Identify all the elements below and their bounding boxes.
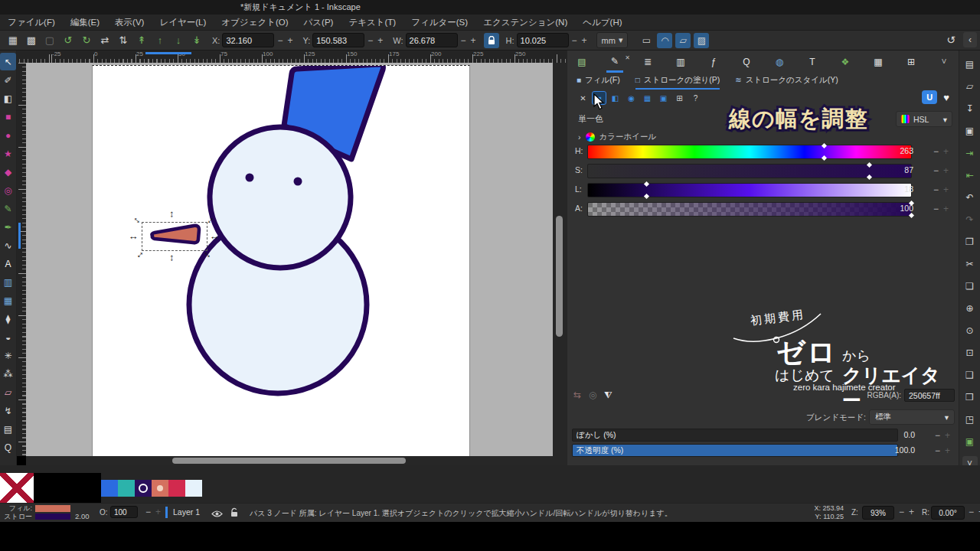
selector-tool[interactable]: ↖ bbox=[0, 53, 16, 70]
swap-fill-stroke-icon[interactable]: ⇆ bbox=[573, 390, 581, 400]
tweak-tool[interactable]: ✳ bbox=[0, 347, 16, 364]
flip-vertical[interactable]: ⇅ bbox=[115, 33, 132, 48]
pencil-tool[interactable]: ✎ bbox=[0, 200, 16, 217]
vertical-scrollbar-thumb[interactable] bbox=[556, 216, 563, 337]
text-dialog-tab[interactable]: T bbox=[804, 53, 821, 71]
zoom-selection-button[interactable]: ⊕ bbox=[962, 301, 978, 315]
close-icon[interactable]: ✕ bbox=[625, 54, 630, 61]
menu-item[interactable]: 表示(V) bbox=[115, 17, 144, 28]
left-ruler[interactable] bbox=[17, 63, 26, 456]
swatch-purple[interactable] bbox=[135, 480, 152, 497]
opacity-spinner[interactable]: −+ bbox=[935, 445, 950, 456]
menu-item[interactable]: テキスト(T) bbox=[348, 17, 396, 28]
blur-slider[interactable]: ぼかし (%) bbox=[572, 429, 898, 442]
new-document-button[interactable]: ▤ bbox=[962, 57, 978, 71]
h-field[interactable]: 10.025 bbox=[517, 33, 569, 47]
menu-item[interactable]: ヘルプ(H) bbox=[583, 17, 622, 28]
scale-handle-s[interactable]: ↔ bbox=[168, 252, 180, 264]
undo-button[interactable]: ↶ bbox=[962, 190, 978, 204]
mesh-gradient-button[interactable]: ⊞ bbox=[673, 92, 686, 104]
rotate-ccw[interactable]: ↺ bbox=[60, 33, 77, 48]
flip-horizontal[interactable]: ⇄ bbox=[96, 33, 113, 48]
swatch-salmon[interactable] bbox=[152, 480, 168, 497]
current-layer-selector[interactable]: Layer 1 bbox=[173, 507, 200, 517]
scale-handle-w[interactable]: ↔ bbox=[127, 230, 139, 242]
fill-stroke-dialog-tab[interactable]: ✎ ✕ bbox=[606, 52, 623, 73]
layer-visibility-eye-icon[interactable] bbox=[211, 507, 223, 521]
slider-mark[interactable] bbox=[822, 155, 827, 161]
transform-gradients-toggle[interactable]: ▱ bbox=[675, 33, 691, 48]
flat-color-button[interactable]: ■ bbox=[593, 92, 606, 104]
fill-stroke-tab[interactable]: □ ストロークの塗り(P) bbox=[635, 75, 720, 90]
calligraphy-tool[interactable]: ∿ bbox=[0, 236, 16, 254]
raise[interactable]: ↑ bbox=[152, 33, 168, 48]
zoom-field[interactable]: 93% bbox=[862, 506, 894, 520]
top-ruler[interactable]: -250255075100125150175200225250 bbox=[17, 51, 567, 63]
opacity-value[interactable]: 100.0 bbox=[884, 445, 915, 455]
align-dialog-tab[interactable]: ▦ bbox=[870, 53, 887, 71]
swatch-black-2[interactable] bbox=[67, 473, 101, 504]
scale-handle-e[interactable]: ↔ bbox=[208, 230, 220, 242]
fill-indicator-swatch[interactable] bbox=[35, 505, 70, 512]
trace-dialog-tab[interactable]: ⊞ bbox=[903, 53, 920, 71]
scale-stroke-toggle[interactable]: ▭ bbox=[639, 33, 654, 48]
menu-item[interactable]: ファイル(F) bbox=[8, 17, 55, 28]
x-field[interactable]: 32.160 bbox=[222, 33, 274, 47]
export-dialog-tab[interactable]: ◍ bbox=[771, 53, 788, 71]
eraser-tool[interactable]: ▱ bbox=[0, 383, 16, 401]
zoom-1to1-button[interactable]: ⊙ bbox=[962, 323, 978, 337]
shield-secondary-icon[interactable]: ♥ bbox=[943, 92, 949, 103]
bucket-tool[interactable]: ◒ bbox=[0, 328, 16, 346]
swatch-teal[interactable] bbox=[118, 480, 135, 497]
pen-tool[interactable]: ✒ bbox=[0, 218, 16, 236]
zoom-page-button[interactable]: ⊡ bbox=[962, 345, 978, 360]
shield-primary-button[interactable]: U bbox=[922, 90, 937, 104]
transform-patterns-toggle[interactable]: ▨ bbox=[694, 33, 709, 48]
rotation-field[interactable]: 0.00° bbox=[931, 506, 965, 520]
horizontal-scrollbar-thumb[interactable] bbox=[172, 458, 406, 464]
linear-gradient-button[interactable]: ◧ bbox=[609, 92, 622, 104]
h-spinner[interactable]: −+ bbox=[572, 35, 587, 46]
eyedropper-icon[interactable]: ⧨ bbox=[604, 390, 612, 400]
duplicate-button[interactable]: ❑ bbox=[962, 367, 978, 382]
menu-item[interactable]: エクステンション(N) bbox=[483, 17, 567, 28]
clone-button[interactable]: ❒ bbox=[962, 390, 978, 404]
slider-mark[interactable] bbox=[822, 143, 827, 148]
text-tool[interactable]: A bbox=[0, 255, 16, 272]
scale-handle-n[interactable]: ↔ bbox=[168, 208, 180, 220]
export-button[interactable]: ⇤ bbox=[962, 168, 978, 182]
stroke-indicator-swatch[interactable] bbox=[35, 514, 70, 520]
redo-button[interactable]: ↷ bbox=[962, 212, 978, 227]
ellipse-tool[interactable]: ● bbox=[0, 126, 16, 144]
swatch-button[interactable]: ▣ bbox=[657, 92, 670, 104]
lock-aspect-button[interactable] bbox=[484, 33, 499, 48]
deselect[interactable]: ▢ bbox=[41, 33, 58, 48]
shape-builder-tool[interactable]: ◧ bbox=[0, 90, 16, 107]
extensions-dialog-tab[interactable]: ❖ bbox=[837, 53, 854, 71]
swatch-crimson[interactable] bbox=[168, 480, 185, 497]
slider-spinner[interactable]: −+ bbox=[933, 146, 949, 157]
blur-spinner[interactable]: −+ bbox=[935, 430, 950, 441]
layers-dialog-tab[interactable]: ≣ bbox=[639, 53, 656, 71]
copy-button[interactable]: ❐ bbox=[962, 234, 978, 249]
opacity-spinner[interactable]: −+ bbox=[145, 507, 161, 517]
group-button[interactable]: ▣ bbox=[962, 434, 978, 448]
lower[interactable]: ↓ bbox=[170, 33, 187, 48]
slider-track[interactable] bbox=[587, 202, 912, 217]
menu-item[interactable]: レイヤー(L) bbox=[159, 17, 206, 28]
slider-value[interactable]: 263 bbox=[887, 146, 913, 155]
dropper-tool[interactable]: ⧫ bbox=[0, 310, 16, 328]
zoom-spinner[interactable]: −+ bbox=[899, 507, 914, 517]
connector-tool[interactable]: ↯ bbox=[0, 402, 16, 419]
more-dialogs-tab[interactable]: ˅ bbox=[936, 53, 952, 71]
slider-track[interactable] bbox=[587, 145, 912, 159]
canvas[interactable]: ↔ ↔ ↔ ↔ ↔ ↔ ↔ ↔ bbox=[26, 63, 553, 456]
zoom-tool[interactable]: Q bbox=[0, 439, 16, 456]
collapse-toolbar-button[interactable]: ‹ bbox=[963, 32, 977, 47]
rotation-spinner[interactable]: −+ bbox=[969, 507, 980, 517]
slider-value[interactable]: 18 bbox=[887, 184, 913, 194]
layer-lock-icon[interactable] bbox=[230, 507, 239, 520]
raise-to-top[interactable]: ↟ bbox=[133, 33, 150, 48]
path-effects-dialog-tab[interactable]: ƒ bbox=[705, 53, 722, 71]
import-button[interactable]: ⇥ bbox=[962, 145, 978, 160]
